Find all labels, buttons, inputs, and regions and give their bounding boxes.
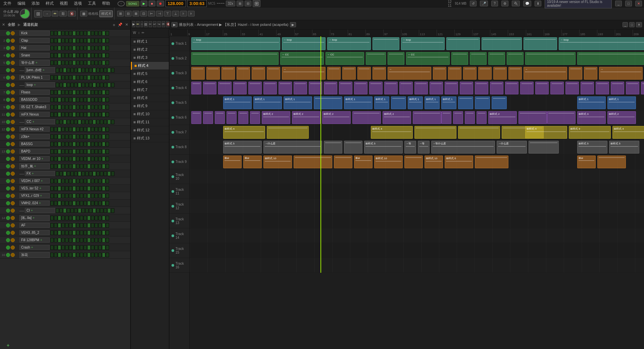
step-pad[interactable] xyxy=(84,157,87,161)
grid-btn4[interactable]: ⊡ xyxy=(140,11,147,16)
step-pad[interactable] xyxy=(102,46,105,50)
step-pad[interactable] xyxy=(98,31,102,36)
step-pad[interactable] xyxy=(61,164,65,169)
track-block[interactable]: → CC xyxy=(326,52,364,65)
step-pad[interactable] xyxy=(102,53,105,58)
step-pad[interactable] xyxy=(104,120,107,124)
step-pad[interactable] xyxy=(72,157,76,161)
channel-name[interactable]: VFX1..r 029+ xyxy=(19,193,50,198)
step-pad[interactable] xyxy=(89,83,92,87)
grid-btn6[interactable]: ⊣ xyxy=(156,11,163,16)
step-pad[interactable] xyxy=(93,208,96,213)
ruler-mark[interactable]: 89 xyxy=(365,30,370,36)
step-pad[interactable] xyxy=(102,164,105,169)
track-row[interactable]: ⊞样式 5→什么君⊞样式 5→等→等→等什么君→什么君⊞样式 5⊞样式 5 xyxy=(190,140,644,155)
step-pad[interactable] xyxy=(58,105,61,110)
step-pad[interactable] xyxy=(50,90,54,95)
track-block[interactable] xyxy=(577,52,644,65)
step-pad[interactable] xyxy=(65,75,68,80)
step-pad[interactable] xyxy=(89,68,92,73)
step-pad[interactable] xyxy=(93,83,96,87)
step-pad[interactable] xyxy=(102,75,105,80)
step-pad[interactable] xyxy=(56,120,59,124)
step-pad[interactable] xyxy=(98,90,102,95)
step-pad[interactable] xyxy=(54,238,57,243)
step-pad[interactable] xyxy=(87,179,91,183)
channel-name[interactable]: VEDM..er 10+ xyxy=(19,156,50,161)
step-pad[interactable] xyxy=(106,142,109,146)
channel-name[interactable]: Snare xyxy=(19,53,50,58)
step-pad[interactable] xyxy=(91,134,94,139)
ruler-mark[interactable]: 169 xyxy=(544,30,550,36)
step-pad[interactable] xyxy=(100,120,103,124)
step-pad[interactable] xyxy=(95,223,98,228)
ruler-mark[interactable]: 65 xyxy=(312,30,316,36)
step-pad[interactable] xyxy=(95,127,98,132)
step-pad[interactable] xyxy=(74,83,78,87)
step-pad[interactable] xyxy=(91,31,94,36)
track-block[interactable] xyxy=(339,82,352,94)
pattern-draw-btn[interactable]: ✏ xyxy=(136,21,140,27)
step-pad[interactable] xyxy=(67,83,70,87)
step-pad[interactable] xyxy=(76,245,80,250)
step-pad[interactable] xyxy=(78,83,81,87)
step-pad[interactable] xyxy=(106,253,109,257)
step-pad[interactable] xyxy=(76,97,80,102)
step-pad[interactable] xyxy=(65,186,68,191)
step-pad[interactable] xyxy=(106,230,109,235)
track-block[interactable] xyxy=(252,67,265,80)
track-row[interactable]: ⊞样式 4⊞样式 4⊞样式 4⊞样式 9⊞样式 4 xyxy=(190,125,644,140)
menu-item-edit[interactable]: 编辑 xyxy=(16,0,27,7)
track-block[interactable] xyxy=(453,111,463,124)
track-block[interactable] xyxy=(248,82,262,94)
step-pad[interactable] xyxy=(107,83,111,87)
step-pad[interactable] xyxy=(72,245,76,250)
pattern-list-item[interactable]: 样式 10 xyxy=(131,110,169,118)
step-pad[interactable] xyxy=(102,97,105,102)
maximize-btn[interactable]: □ xyxy=(625,1,632,6)
step-pad[interactable] xyxy=(54,164,57,169)
step-pad[interactable] xyxy=(61,230,65,235)
channel-solo-btn[interactable] xyxy=(11,194,15,198)
track-block[interactable] xyxy=(344,141,362,154)
step-pad[interactable] xyxy=(107,68,111,73)
step-pad[interactable] xyxy=(95,31,98,36)
step-pad[interactable] xyxy=(65,142,68,146)
step-pad[interactable] xyxy=(111,83,114,87)
step-pad[interactable] xyxy=(65,112,68,117)
step-pad[interactable] xyxy=(65,105,68,110)
track-block[interactable]: ⊞样式 1 xyxy=(441,96,456,109)
step-pad[interactable] xyxy=(50,201,54,206)
step-pad[interactable] xyxy=(98,149,102,154)
step-pad[interactable] xyxy=(104,68,107,73)
track-block[interactable] xyxy=(445,82,458,94)
step-pad[interactable] xyxy=(106,149,109,154)
track-block[interactable]: ⊞样式 5 xyxy=(364,141,403,154)
channel-enable-btn[interactable] xyxy=(6,253,10,257)
step-pad[interactable] xyxy=(50,245,54,250)
channel-enable-btn[interactable] xyxy=(6,120,10,124)
step-pad[interactable] xyxy=(54,201,57,206)
channel-solo-btn[interactable] xyxy=(11,253,15,257)
step-pad[interactable] xyxy=(98,193,102,198)
ruler-mark[interactable]: 33 xyxy=(241,30,245,36)
step-pad[interactable] xyxy=(87,127,91,132)
step-pad[interactable] xyxy=(84,142,87,146)
track-block[interactable] xyxy=(529,141,559,154)
channel-add-icon[interactable]: + xyxy=(31,209,33,212)
ruler-mark[interactable]: 185 xyxy=(579,30,585,36)
step-pad[interactable] xyxy=(84,60,87,65)
step-pad[interactable] xyxy=(76,112,80,117)
step-pad[interactable] xyxy=(80,179,83,183)
arrangement-back-btn[interactable]: ▶ xyxy=(171,22,178,27)
channel-rack-pin-icon[interactable]: 📌 xyxy=(118,23,122,27)
pattern-list-item[interactable]: 样式 13 xyxy=(131,134,169,142)
track-block[interactable]: →什么君 xyxy=(497,141,527,154)
track-block[interactable]: → CC xyxy=(406,52,450,65)
step-pad[interactable] xyxy=(98,46,102,50)
track-block[interactable] xyxy=(384,82,398,94)
step-pad[interactable] xyxy=(96,120,100,124)
channel-name[interactable]: CC+ xyxy=(25,119,55,124)
step-pad[interactable] xyxy=(76,193,80,198)
step-pad[interactable] xyxy=(80,216,83,220)
